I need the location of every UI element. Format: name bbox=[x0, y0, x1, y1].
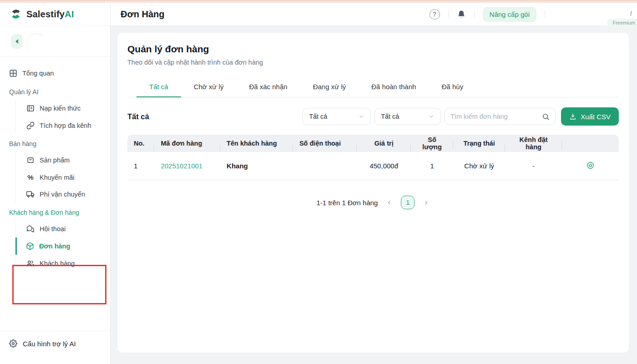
package-icon bbox=[26, 242, 34, 250]
orders-table: No. Mã đơn hàng Tên khách hàng Số điện t… bbox=[127, 135, 619, 180]
table-row[interactable]: 1 20251021001 Khang 450,000đ 1 Chờ xử lý… bbox=[127, 152, 619, 180]
plan-badge: Freemium bbox=[607, 19, 637, 27]
chevron-down-icon bbox=[358, 113, 364, 120]
sidebar-group-customers: Hội thoại Đơn hàng Khách hàng bbox=[15, 220, 110, 272]
sidebar-item-shipping[interactable]: Phí vận chuyển bbox=[16, 186, 110, 203]
cell-customer-name: Khang bbox=[227, 162, 248, 170]
cell-channel: - bbox=[505, 162, 561, 170]
help-button[interactable]: ? bbox=[430, 9, 440, 20]
sidebar-item-label: Nạp kiến thức bbox=[40, 105, 81, 112]
sidebar-item-customers[interactable]: Khách hàng bbox=[16, 255, 110, 272]
sidebar-item-ai-config[interactable]: Cấu hình trợ lý AI bbox=[9, 339, 101, 348]
sidebar-item-orders[interactable]: Đơn hàng bbox=[15, 238, 110, 255]
topbar-actions: ? Nâng cấp gói bbox=[430, 7, 627, 22]
cell-status: Chờ xử lý bbox=[453, 162, 505, 170]
sidebar-collapse-row bbox=[0, 26, 110, 57]
col-header-order-code: Mã đơn hàng bbox=[154, 140, 220, 147]
app-window: SalestifyAI Tổng quan Quản lý AI Nạp kiế… bbox=[0, 3, 637, 364]
channel-filter-value: Tất cả bbox=[381, 113, 399, 120]
document-icon bbox=[26, 104, 35, 112]
chevron-left-icon bbox=[386, 199, 393, 206]
truck-icon bbox=[26, 190, 35, 198]
brand-logo: SalestifyAI bbox=[0, 3, 110, 26]
content-area: Quản lý đơn hàng Theo dõi và cập nhật hà… bbox=[111, 26, 637, 364]
chevron-down-icon bbox=[428, 113, 435, 120]
col-header-phone: Số điện thoại bbox=[293, 140, 357, 147]
sidebar-group-ai: Nạp kiến thức Tích hợp đa kênh bbox=[15, 100, 110, 134]
status-filter-value: Tất cả bbox=[309, 113, 327, 120]
logo-mark-icon bbox=[9, 7, 23, 21]
order-search-input[interactable] bbox=[450, 113, 538, 120]
page-title: Quản lý đơn hàng bbox=[127, 44, 619, 55]
bell-icon bbox=[457, 10, 466, 19]
col-header-quantity: Số lượng bbox=[411, 136, 453, 151]
status-tabs: Tất cả Chờ xử lý Đã xác nhận Đang xử lý … bbox=[127, 77, 619, 97]
sidebar-item-overview[interactable]: Tổng quan bbox=[0, 64, 110, 82]
upgrade-plan-button[interactable]: Nâng cấp gói bbox=[483, 7, 536, 22]
sidebar-item-knowledge[interactable]: Nạp kiến thức bbox=[16, 100, 110, 117]
sidebar-item-label: Phí vận chuyển bbox=[40, 191, 85, 198]
prev-page-button[interactable] bbox=[386, 199, 393, 206]
collapse-left-icon bbox=[15, 39, 19, 44]
tab-completed[interactable]: Đã hoàn thành bbox=[359, 77, 429, 97]
sidebar-section-ai: Quản lý AI bbox=[0, 82, 110, 100]
filter-row: Tất cả Tất cả Tất cả bbox=[127, 107, 619, 126]
sidebar-item-label: Cấu hình trợ lý AI bbox=[23, 340, 76, 348]
col-header-value: Giá trị bbox=[357, 140, 411, 147]
view-order-button[interactable] bbox=[586, 161, 595, 171]
col-header-no: No. bbox=[127, 140, 154, 147]
orders-card: Quản lý đơn hàng Theo dõi và cập nhật hà… bbox=[117, 33, 629, 353]
order-code-link[interactable]: 20251021001 bbox=[161, 162, 202, 170]
sidebar-section-sales: Bán hàng bbox=[0, 134, 110, 152]
export-csv-button[interactable]: Xuất CSV bbox=[561, 107, 619, 126]
sidebar-item-promotions[interactable]: % Khuyến mãi bbox=[16, 169, 110, 186]
download-icon bbox=[569, 113, 576, 120]
table-header-row: No. Mã đơn hàng Tên khách hàng Số điện t… bbox=[127, 135, 619, 152]
topbar: Đơn Hàng ? Nâng cấp gói Freemium bbox=[111, 3, 637, 26]
sidebar-footer: Cấu hình trợ lý AI bbox=[0, 331, 110, 360]
chevron-right-icon bbox=[423, 199, 430, 206]
sidebar-item-conversations[interactable]: Hội thoại bbox=[16, 220, 110, 238]
status-filter-select[interactable]: Tất cả bbox=[303, 108, 371, 125]
percent-icon: % bbox=[26, 173, 35, 181]
chat-icon bbox=[26, 225, 35, 233]
next-page-button[interactable] bbox=[423, 199, 430, 206]
tab-all[interactable]: Tất cả bbox=[136, 77, 181, 97]
list-title: Tất cả bbox=[127, 112, 149, 121]
cropped-avatar-mark bbox=[630, 11, 632, 16]
channel-filter-select[interactable]: Tất cả bbox=[374, 108, 441, 125]
sidebar-item-products[interactable]: Sản phẩm bbox=[16, 152, 110, 169]
search-icon[interactable] bbox=[542, 113, 550, 121]
sidebar-item-integration[interactable]: Tích hợp đa kênh bbox=[16, 117, 110, 134]
avatar-placeholder bbox=[26, 33, 46, 53]
help-icon: ? bbox=[430, 9, 440, 20]
eye-icon bbox=[586, 161, 595, 170]
sidebar-item-label: Đơn hàng bbox=[39, 243, 70, 250]
notifications-button[interactable] bbox=[457, 10, 466, 19]
tab-pending[interactable]: Chờ xử lý bbox=[181, 77, 237, 97]
col-header-customer: Tên khách hàng bbox=[220, 140, 293, 147]
sidebar-item-label: Hội thoại bbox=[40, 225, 66, 233]
sidebar-item-label: Khuyến mãi bbox=[40, 174, 75, 181]
tab-cancelled[interactable]: Đã hủy bbox=[429, 77, 476, 97]
box-icon bbox=[26, 156, 35, 164]
sidebar-group-sales: Sản phẩm % Khuyến mãi Phí vận chuyển bbox=[15, 152, 110, 203]
cell-value: 450,000đ bbox=[357, 162, 411, 170]
grid-icon bbox=[9, 69, 17, 77]
sidebar-item-label: Tổng quan bbox=[22, 70, 54, 77]
pagination: 1-1 trên 1 Đơn hàng 1 bbox=[127, 196, 619, 209]
sidebar-item-label: Khách hàng bbox=[40, 260, 75, 267]
gear-icon bbox=[9, 339, 17, 348]
tab-processing[interactable]: Đang xử lý bbox=[300, 77, 359, 97]
brand-name: SalestifyAI bbox=[26, 9, 74, 20]
order-search bbox=[445, 108, 556, 125]
tab-confirmed[interactable]: Đã xác nhận bbox=[236, 77, 300, 97]
col-header-status: Trạng thái bbox=[453, 140, 505, 147]
cell-quantity: 1 bbox=[411, 162, 453, 170]
pagination-summary: 1-1 trên 1 Đơn hàng bbox=[317, 199, 378, 207]
sidebar-collapse-button[interactable] bbox=[11, 34, 23, 49]
main-area: Đơn Hàng ? Nâng cấp gói Freemium Quản lý… bbox=[111, 3, 637, 364]
page-1-button[interactable]: 1 bbox=[401, 196, 415, 209]
divider bbox=[474, 10, 475, 18]
users-icon bbox=[26, 259, 35, 268]
